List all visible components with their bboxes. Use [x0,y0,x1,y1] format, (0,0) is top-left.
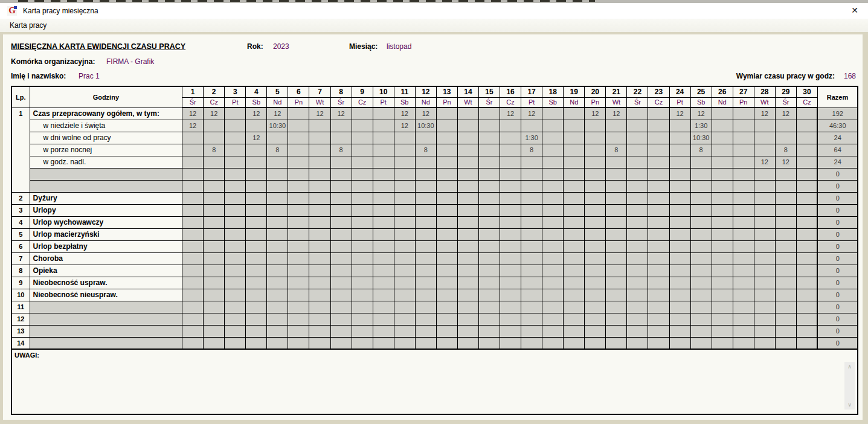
day-cell [457,289,478,301]
day-cell [246,240,267,252]
day-cell [373,252,394,265]
day-cell [309,325,330,337]
day-cell [330,156,352,168]
day-cell [775,252,796,265]
day-cell [648,265,669,277]
day-cell [585,240,606,252]
day-number-header: 8 [330,86,352,97]
day-cell: 12 [267,108,288,120]
day-cell [627,301,648,313]
row-label: Choroba [30,252,182,265]
day-cell [457,301,478,313]
day-cell [225,277,246,289]
day-cell: 12 [521,108,542,120]
day-cell [204,252,225,265]
day-cell [478,204,500,216]
day-cell [373,337,394,349]
day-cell [542,132,564,144]
day-cell [182,265,204,277]
day-cell [606,132,627,144]
scroll-up-icon[interactable]: ∧ [844,364,855,370]
day-cell [542,277,564,289]
day-number-header: 16 [500,86,521,97]
day-cell [204,277,225,289]
day-cell: 12 [182,108,204,120]
day-cell [564,265,585,277]
day-cell [669,204,690,216]
day-cell [712,204,733,216]
miesiac-label: Miesiąc: [349,42,378,51]
day-cell [775,325,796,337]
day-cell [775,313,796,325]
table-row: 7Choroba0 [11,252,858,265]
day-cell [373,228,394,240]
day-cell [754,228,775,240]
row-number: 5 [11,228,30,240]
day-number-header: 24 [669,86,690,97]
day-cell [606,301,627,313]
wymiar-value: 168 [844,72,856,80]
day-cell [478,289,500,301]
day-cell [394,144,415,156]
day-cell [775,337,796,349]
day-cell [712,120,733,132]
rok-value: 2023 [273,42,289,51]
day-weekday-header: Pn [288,97,309,108]
day-cell [457,204,478,216]
day-cell [436,240,457,252]
day-weekday-header: Nd [267,97,288,108]
day-cell [182,192,204,204]
day-number-header: 22 [627,86,648,97]
day-number-header: 26 [712,86,733,97]
close-icon[interactable]: ✕ [847,5,862,15]
day-cell [415,337,436,349]
day-cell [733,277,754,289]
day-cell [182,168,204,180]
day-cell: 12 [415,108,436,120]
table-row: 120 [11,313,858,325]
day-cell [225,168,246,180]
day-cell [542,216,564,228]
uwagi-scrollbar[interactable]: ∧ ∨ [844,362,855,410]
scroll-down-icon[interactable]: ∨ [844,402,855,408]
day-cell [457,216,478,228]
day-cell [204,228,225,240]
day-weekday-header: Pt [225,97,246,108]
table-row: 9Nieobecność uspraw.0 [11,277,858,289]
day-cell [500,313,521,325]
razem-cell: 0 [817,240,858,252]
day-cell [690,252,712,265]
day-weekday-header: Sb [246,97,267,108]
razem-header: Razem [817,86,858,108]
menu-item-karta-pracy[interactable]: Karta pracy [8,21,48,30]
day-cell [669,156,690,168]
day-cell [585,325,606,337]
day-cell [648,180,669,192]
row-number: 7 [11,252,30,265]
day-cell [500,265,521,277]
day-cell [754,192,775,204]
day-cell: 12 [394,120,415,132]
razem-cell: 0 [817,252,858,265]
day-cell [606,180,627,192]
day-cell [373,301,394,313]
day-cell [373,192,394,204]
row-label: Nieobecność nieuspraw. [30,289,182,301]
day-cell [564,289,585,301]
day-cell [330,252,352,265]
day-cell [648,192,669,204]
day-cell [330,325,352,337]
day-cell [564,325,585,337]
day-cell [182,289,204,301]
day-cell [733,289,754,301]
day-cell [373,313,394,325]
day-cell [796,108,817,120]
day-cell [648,204,669,216]
day-cell [288,120,309,132]
day-cell [267,156,288,168]
day-weekday-header: Śr [182,97,204,108]
day-cell [182,240,204,252]
day-cell [373,204,394,216]
row-number: 3 [11,204,30,216]
day-cell [521,337,542,349]
